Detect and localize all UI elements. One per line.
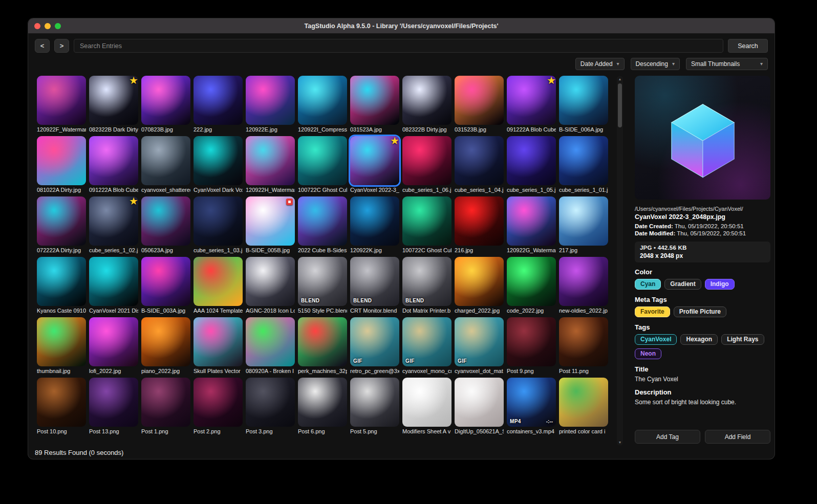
- grid-item[interactable]: Kyanos Caste 0910: [37, 257, 86, 314]
- thumbnail[interactable]: MP4-:--: [507, 378, 556, 427]
- thumbnail[interactable]: [37, 257, 86, 306]
- thumbnail[interactable]: [559, 76, 608, 125]
- thumbnail[interactable]: [298, 317, 347, 366]
- thumbnail[interactable]: [298, 136, 347, 185]
- forward-button[interactable]: >: [54, 39, 69, 53]
- grid-item[interactable]: Post 2.png: [193, 378, 243, 435]
- thumbnail[interactable]: GIF: [350, 317, 399, 366]
- grid-item[interactable]: 082322B Dirty.jpg: [402, 76, 451, 133]
- grid-item[interactable]: 080920A - Broken I: [246, 317, 295, 375]
- grid-item[interactable]: 081022A Dirty.jpg: [37, 136, 86, 193]
- thumbnail[interactable]: [455, 136, 504, 185]
- grid-item[interactable]: 100722C Ghost Cub: [298, 136, 347, 193]
- grid-item[interactable]: thumbnail.jpg: [37, 317, 86, 375]
- thumbnail[interactable]: [193, 317, 243, 366]
- tag-pill-profile-picture[interactable]: Profile Picture: [674, 306, 726, 317]
- thumbnail[interactable]: [246, 378, 295, 427]
- thumbnail[interactable]: [89, 317, 138, 366]
- grid-item[interactable]: B-SIDE_003A.jpg: [141, 257, 190, 314]
- thumbnail[interactable]: BLEND: [350, 257, 399, 306]
- grid-item[interactable]: cube_series_1_05.j: [507, 136, 556, 193]
- grid-item[interactable]: printed color card i: [559, 378, 608, 435]
- thumbnail[interactable]: [350, 196, 399, 246]
- thumbnail[interactable]: BLEND: [402, 257, 451, 306]
- sort-direction-dropdown[interactable]: Descending ▾: [631, 58, 680, 70]
- grid-item[interactable]: 120922E.jpg: [246, 76, 295, 133]
- grid-item[interactable]: piano_2022.jpg: [141, 317, 190, 375]
- tag-pill-favorite[interactable]: Favorite: [635, 306, 670, 317]
- grid-item[interactable]: MP4-:--containers_v3.mp4: [507, 378, 556, 435]
- thumbnail[interactable]: [507, 317, 556, 366]
- scrollbar-thumb[interactable]: [618, 83, 622, 127]
- thumbnail[interactable]: [350, 378, 399, 427]
- tag-pill-gradient[interactable]: Gradient: [664, 279, 701, 290]
- thumbnail[interactable]: [455, 378, 504, 427]
- add-tag-button[interactable]: Add Tag: [635, 430, 700, 444]
- grid-item[interactable]: 070823B.jpg: [141, 76, 190, 133]
- grid-item[interactable]: BLENDDot Matrix Printer.b: [402, 257, 451, 314]
- thumbnail[interactable]: [141, 378, 190, 427]
- thumbnail[interactable]: [559, 136, 608, 185]
- grid-item[interactable]: 216.jpg: [455, 196, 504, 254]
- thumbnail[interactable]: [37, 317, 86, 366]
- tag-pill-light-rays[interactable]: Light Rays: [721, 334, 764, 345]
- thumbnail[interactable]: [402, 136, 451, 185]
- thumbnail[interactable]: [559, 196, 608, 246]
- grid-item[interactable]: 120922G_Watermar: [507, 196, 556, 254]
- grid-item[interactable]: cube_series_1_03.j: [193, 196, 243, 254]
- thumbnail[interactable]: [402, 196, 451, 246]
- grid-item[interactable]: GIFcyanvoxel_mono_cr: [402, 317, 451, 375]
- grid-item[interactable]: code_2022.jpg: [507, 257, 556, 314]
- grid-item[interactable]: B-SIDE_005B.jpg: [246, 196, 295, 254]
- grid-item[interactable]: 072222A Dirty.jpg: [37, 196, 86, 254]
- grid-item[interactable]: Skull Plates Vector: [193, 317, 243, 375]
- thumbnail[interactable]: [246, 317, 295, 366]
- grid-item[interactable]: AAA 1024 Template: [193, 257, 243, 314]
- grid-item[interactable]: AGNC-2018 Icon Lo: [246, 257, 295, 314]
- grid-item[interactable]: 2022 Cube B-Sides: [298, 196, 347, 254]
- thumbnail[interactable]: [37, 378, 86, 427]
- thumbnail-size-dropdown[interactable]: Small Thumbnails ▾: [686, 58, 768, 70]
- scroll-up-icon[interactable]: ▲: [618, 76, 622, 82]
- thumbnail[interactable]: ★: [89, 76, 138, 125]
- thumbnail[interactable]: [89, 257, 138, 306]
- thumbnail[interactable]: [246, 76, 295, 125]
- thumbnail[interactable]: [246, 257, 295, 306]
- search-input[interactable]: [74, 39, 723, 53]
- thumbnail[interactable]: [193, 257, 243, 306]
- grid-item[interactable]: cube_series_1_06.j: [402, 136, 451, 193]
- thumbnail[interactable]: [37, 76, 86, 125]
- tag-pill-cyanvoxel[interactable]: CyanVoxel: [635, 334, 677, 345]
- thumbnail[interactable]: [298, 76, 347, 125]
- grid-item[interactable]: Modifiers Sheet A v: [402, 378, 451, 435]
- grid-item[interactable]: 031523B.jpg: [455, 76, 504, 133]
- thumbnail[interactable]: [559, 317, 608, 366]
- thumbnail[interactable]: [507, 136, 556, 185]
- thumbnail[interactable]: [455, 76, 504, 125]
- grid-item[interactable]: B-SIDE_006A.jpg: [559, 76, 608, 133]
- thumbnail[interactable]: BLEND: [298, 257, 347, 306]
- thumbnail[interactable]: [246, 196, 295, 246]
- thumbnail[interactable]: [141, 257, 190, 306]
- thumbnail[interactable]: GIF: [455, 317, 504, 366]
- grid-item[interactable]: ★cube_series_1_02.j: [89, 196, 138, 254]
- thumbnail[interactable]: [402, 76, 451, 125]
- thumbnail[interactable]: [193, 136, 243, 185]
- grid-item[interactable]: 050623A.jpg: [141, 196, 190, 254]
- thumbnail-selected[interactable]: ★: [350, 136, 399, 185]
- grid-item[interactable]: CyanVoxel Dark Vox: [193, 136, 243, 193]
- grid-item[interactable]: Post 10.png: [37, 378, 86, 435]
- thumbnail[interactable]: ★: [89, 196, 138, 246]
- thumbnail[interactable]: [350, 76, 399, 125]
- thumbnail[interactable]: [559, 257, 608, 306]
- thumbnail[interactable]: [298, 196, 347, 246]
- scroll-down-icon[interactable]: ▼: [618, 439, 622, 446]
- thumbnail[interactable]: [141, 76, 190, 125]
- grid-item[interactable]: new-oldies_2022.jp: [559, 257, 608, 314]
- grid-item[interactable]: 217.jpg: [559, 196, 608, 254]
- grid-item[interactable]: CyanVoxel 2021 Dis: [89, 257, 138, 314]
- grid-item[interactable]: charged_2022.jpg: [455, 257, 504, 314]
- thumbnail[interactable]: ★: [507, 76, 556, 125]
- grid-item[interactable]: Post 6.png: [298, 378, 347, 435]
- grid-item[interactable]: GIFcyanvoxel_dot_mat: [455, 317, 504, 375]
